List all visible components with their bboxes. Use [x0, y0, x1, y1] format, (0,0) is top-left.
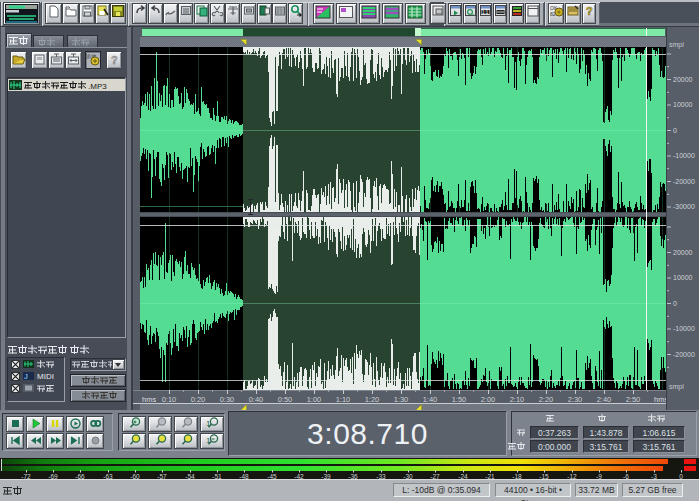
svg-text:10000: 10000 — [673, 274, 693, 281]
svg-text:-10000: -10000 — [673, 152, 695, 159]
svg-text:.MP3: .MP3 — [88, 82, 107, 91]
svg-text:1:50: 1:50 — [452, 395, 467, 404]
svg-text:0:30: 0:30 — [220, 395, 235, 404]
svg-text:-20000: -20000 — [673, 351, 695, 358]
svg-text:1:10: 1:10 — [336, 395, 351, 404]
svg-text:J: J — [24, 373, 28, 380]
svg-text:1: 1 — [206, 436, 211, 445]
svg-text:1: 1 — [206, 419, 211, 428]
svg-text:20000: 20000 — [673, 76, 693, 83]
svg-text:0: 0 — [673, 300, 677, 307]
svg-text:0:40: 0:40 — [249, 395, 264, 404]
svg-text:0:50: 0:50 — [278, 395, 293, 404]
svg-text:2:00: 2:00 — [481, 395, 496, 404]
svg-text:hms: hms — [142, 395, 156, 404]
svg-text:1:1: 1:1 — [482, 10, 489, 15]
svg-text:1:00: 1:00 — [307, 395, 322, 404]
svg-text:1:40: 1:40 — [423, 395, 438, 404]
svg-text:1:20: 1:20 — [365, 395, 380, 404]
svg-text:2:10: 2:10 — [510, 395, 525, 404]
svg-text:?: ? — [111, 54, 118, 66]
svg-text:2:20: 2:20 — [539, 395, 554, 404]
svg-text:smpl: smpl — [669, 41, 684, 49]
svg-text:-20000: -20000 — [673, 178, 695, 185]
svg-text:2:40: 2:40 — [597, 395, 612, 404]
svg-text:0:20: 0:20 — [191, 395, 206, 404]
svg-text:2:30: 2:30 — [568, 395, 583, 404]
svg-text:smpl: smpl — [669, 383, 684, 391]
svg-text:0: 0 — [673, 127, 677, 134]
svg-text:2:50: 2:50 — [626, 395, 641, 404]
svg-text:?: ? — [586, 5, 593, 17]
svg-text:1:30: 1:30 — [394, 395, 409, 404]
svg-text:20000: 20000 — [673, 249, 693, 256]
svg-text:-30000: -30000 — [673, 203, 695, 210]
svg-text:-10000: -10000 — [673, 325, 695, 332]
svg-text:0:10: 0:10 — [162, 395, 177, 404]
svg-text:10000: 10000 — [673, 101, 693, 108]
